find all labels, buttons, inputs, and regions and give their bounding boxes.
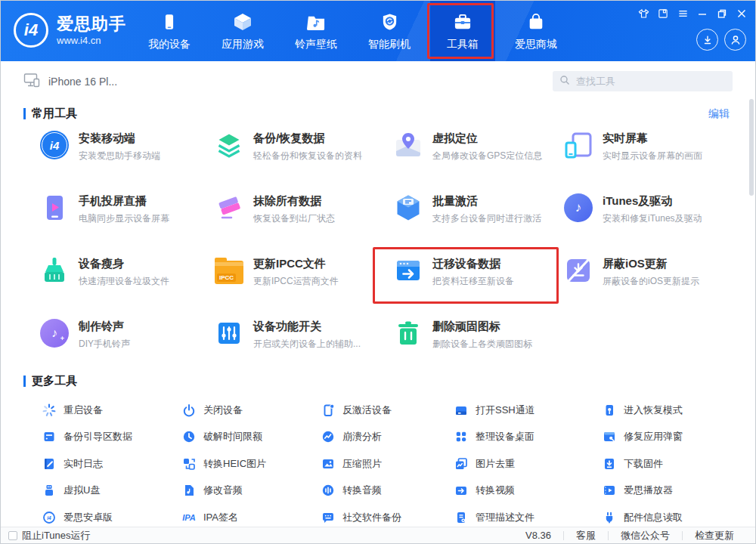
block-itunes-toggle[interactable]: 阻止iTunes运行 [8, 529, 91, 542]
more-modify-audio[interactable]: 修改音频 [182, 478, 321, 505]
search-input[interactable] [575, 75, 711, 88]
more-image-dedupe[interactable]: 图片去重 [454, 450, 603, 478]
window-controls [637, 8, 748, 20]
nav-apps-games[interactable]: 应用游戏 [210, 1, 275, 61]
window-wrench-icon [603, 430, 616, 444]
nav-smart-flash[interactable]: 智能刷机 [357, 1, 422, 61]
more-virtual-udisk[interactable]: 虚拟U盘 [42, 478, 182, 505]
tool-install-mobile[interactable]: i4 安装移动端安装爱思助手移动端 [40, 131, 215, 193]
more-open-ssh[interactable]: 打开SSH通道 [454, 397, 603, 424]
more-crash-analysis[interactable]: 崩溃分析 [321, 424, 454, 451]
nav-i4-store[interactable]: 爱思商城 [503, 1, 569, 61]
device-name: iPhone 16 Pl... [48, 76, 117, 88]
status-bar: 阻止iTunes运行 V8.36 客服 微信公众号 检查更新 [1, 527, 755, 543]
usb-drive-icon [42, 484, 56, 497]
divider [608, 531, 609, 540]
tool-backup-restore[interactable]: 备份/恢复数据轻松备份和恢复设备的资料 [215, 131, 394, 193]
app-url: www.i4.cn [57, 35, 126, 46]
more-realtime-log[interactable]: 实时日志 [42, 450, 182, 478]
nav-label: 铃声壁纸 [295, 38, 337, 51]
menu-icon[interactable] [677, 8, 689, 20]
more-tools-header: 更多工具 [23, 374, 77, 388]
clock-icon [182, 430, 196, 444]
divider [682, 531, 683, 540]
nav-label: 应用游戏 [222, 38, 264, 51]
tool-batch-activate[interactable]: 批量激活支持多台设备同时进行激活 [394, 193, 564, 256]
nav-label: 我的设备 [148, 38, 191, 51]
live-screen-icon [564, 131, 593, 159]
user-account-icon[interactable] [724, 29, 746, 51]
tool-screen-mirror[interactable]: 手机投屏直播电脑同步显示设备屏幕 [40, 193, 215, 256]
shield-refresh-icon [380, 11, 399, 32]
tool-feature-switch[interactable]: 设备功能开关开启或关闭设备上的辅助... [215, 319, 394, 382]
ipa-icon: IPA [182, 511, 196, 524]
close-icon[interactable] [736, 8, 748, 20]
nav-toolbox[interactable]: 工具箱 [430, 1, 495, 61]
tool-live-screen[interactable]: 实时屏幕实时显示设备屏幕的画面 [564, 131, 743, 193]
common-tools-grid: i4 安装移动端安装爱思助手移动端 备份/恢复数据轻松备份和恢复设备的资料 虚拟… [40, 131, 743, 382]
search-icon [559, 75, 570, 88]
more-fix-app-popup[interactable]: 修复应用弹窗 [603, 424, 745, 451]
tool-update-ipcc[interactable]: IPCC 更新IPCC文件更新IPCC运营商文件 [215, 256, 394, 319]
more-download-firmware[interactable]: 下载固件 [603, 450, 745, 478]
status-bar-right: V8.36 客服 微信公众号 检查更新 [525, 529, 734, 542]
phone-cast-icon [40, 193, 69, 222]
spinner-icon [42, 403, 56, 417]
version-label: V8.36 [525, 530, 551, 541]
app-header: i4 爱思助手 www.i4.cn 我的设备 应用游戏 [1, 1, 756, 61]
check-update-link[interactable]: 检查更新 [695, 529, 734, 542]
tool-make-ringtone[interactable]: ♪+ 制作铃声DIY手机铃声 [40, 319, 215, 382]
device-selector[interactable]: iPhone 16 Pl... [23, 70, 117, 93]
itunes-icon: ♪ [564, 193, 593, 222]
wechat-link[interactable]: 微信公众号 [621, 529, 670, 542]
maximize-icon[interactable] [716, 8, 728, 20]
tool-itunes-driver[interactable]: ♪ iTunes及驱动安装和修复iTunes及驱动 [564, 193, 743, 256]
tool-virtual-location[interactable]: 虚拟定位全局修改设备GPS定位信息 [394, 131, 564, 193]
nav-label: 工具箱 [447, 38, 479, 51]
app-title: 爱思助手 [57, 15, 126, 33]
support-link[interactable]: 客服 [576, 529, 596, 542]
tool-block-ios-update[interactable]: 屏蔽iOS更新屏蔽设备的iOS更新提示 [564, 256, 743, 319]
section-title: 更多工具 [32, 374, 77, 388]
more-compress-photo[interactable]: 压缩照片 [321, 450, 454, 478]
theme-icon[interactable] [637, 8, 649, 20]
more-convert-video[interactable]: 转换视频 [454, 478, 603, 505]
block-itunes-checkbox[interactable] [8, 531, 17, 540]
chart-line-icon [321, 430, 335, 444]
tool-device-slim[interactable]: 设备瘦身快速清理设备垃圾文件 [40, 256, 215, 319]
more-arrange-desktop[interactable]: 整理设备桌面 [454, 424, 603, 451]
more-shutdown-device[interactable]: 关闭设备 [182, 397, 321, 424]
more-restart-device[interactable]: 重启设备 [42, 397, 182, 424]
more-crack-time-limit[interactable]: 破解时间限额 [182, 424, 321, 451]
svg-text:i4: i4 [47, 515, 51, 521]
nav-ringtones-wallpapers[interactable]: 铃声壁纸 [284, 1, 349, 61]
download-manager-icon[interactable] [696, 29, 718, 51]
section-accent-bar [23, 376, 26, 387]
more-convert-audio[interactable]: 转换音频 [321, 478, 454, 505]
more-tools-grid: 重启设备 关闭设备 反激活设备 打开SSH通道 进入恢复模式 备份引导 [42, 397, 745, 531]
app-grid-icon [454, 430, 468, 444]
more-recovery-mode[interactable]: 进入恢复模式 [603, 397, 745, 424]
more-i4-player[interactable]: 爱思播放器 [603, 478, 745, 505]
waveform-icon [321, 484, 335, 497]
nav-label: 智能刷机 [368, 38, 411, 51]
toolbox-icon [453, 11, 472, 32]
feedback-icon[interactable] [657, 8, 669, 20]
convert-image-icon [182, 457, 196, 471]
tool-delete-stubborn-icons[interactable]: 删除顽固图标删除设备上各类顽固图标 [394, 319, 564, 382]
tool-migrate-data[interactable]: 迁移设备数据把资料迁移至新设备 [394, 256, 564, 319]
tool-erase-all-data[interactable]: 抹除所有数据恢复设备到出厂状态 [215, 193, 394, 256]
edit-link[interactable]: 编辑 [708, 107, 730, 121]
phone-deactivate-icon [321, 403, 335, 417]
minimize-icon[interactable] [696, 8, 708, 20]
phone-icon [160, 11, 178, 32]
more-convert-heic[interactable]: 转换HEIC图片 [182, 450, 321, 478]
nav-my-devices[interactable]: 我的设备 [137, 1, 202, 61]
migrate-arrow-icon [394, 256, 423, 285]
more-backup-boot-data[interactable]: 备份引导区数据 [42, 424, 182, 451]
more-deactivate-device[interactable]: 反激活设备 [321, 397, 454, 424]
scrollbar-thumb[interactable] [749, 99, 754, 196]
player-icon [603, 484, 616, 497]
chat-backup-icon [321, 511, 335, 524]
section-title: 常用工具 [32, 107, 77, 121]
